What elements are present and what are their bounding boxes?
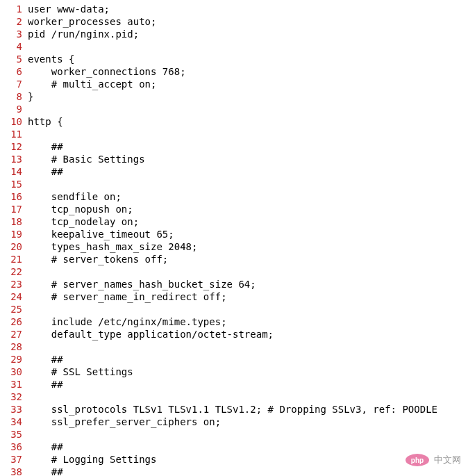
line-content: tcp_nopush on; bbox=[28, 203, 133, 215]
line-number: 20 bbox=[6, 240, 28, 253]
line-number: 17 bbox=[6, 203, 28, 215]
code-line: 28 bbox=[6, 340, 462, 353]
line-content: ssl_prefer_server_ciphers on; bbox=[28, 416, 221, 428]
line-content: ssl_protocols TLSv1 TLSv1.1 TLSv1.2; # D… bbox=[28, 403, 437, 416]
code-line: 2worker_processes auto; bbox=[6, 15, 462, 28]
line-number: 38 bbox=[6, 466, 28, 476]
code-line: 4 bbox=[6, 40, 462, 53]
code-line: 11 bbox=[6, 128, 462, 140]
line-number: 35 bbox=[6, 428, 28, 441]
line-content: # Basic Settings bbox=[28, 153, 145, 165]
code-line: 29 ## bbox=[6, 353, 462, 366]
line-number: 33 bbox=[6, 403, 28, 416]
line-number: 9 bbox=[6, 103, 28, 115]
line-number: 8 bbox=[6, 90, 28, 103]
line-number: 10 bbox=[6, 115, 28, 128]
code-line: 16 sendfile on; bbox=[6, 190, 462, 203]
line-content: # server_name_in_redirect off; bbox=[28, 290, 227, 303]
line-content: keepalive_timeout 65; bbox=[28, 228, 174, 240]
line-number: 5 bbox=[6, 53, 28, 65]
line-number: 22 bbox=[6, 265, 28, 278]
code-line: 38 ## bbox=[6, 466, 462, 476]
line-number: 2 bbox=[6, 15, 28, 28]
line-number: 11 bbox=[6, 128, 28, 140]
line-content: # Logging Settings bbox=[28, 453, 156, 466]
line-number: 18 bbox=[6, 215, 28, 228]
line-content: worker_connections 768; bbox=[28, 65, 186, 78]
line-number: 36 bbox=[6, 441, 28, 453]
line-number: 24 bbox=[6, 290, 28, 303]
line-content: ## bbox=[28, 140, 63, 153]
code-line: 17 tcp_nopush on; bbox=[6, 203, 462, 215]
code-line: 6 worker_connections 768; bbox=[6, 65, 462, 78]
line-number: 3 bbox=[6, 28, 28, 40]
line-number: 1 bbox=[6, 3, 28, 15]
code-line: 1user www-data; bbox=[6, 3, 462, 15]
line-number: 15 bbox=[6, 178, 28, 190]
code-line: 19 keepalive_timeout 65; bbox=[6, 228, 462, 240]
code-line: 32 bbox=[6, 391, 462, 403]
line-number: 32 bbox=[6, 391, 28, 403]
line-number: 13 bbox=[6, 153, 28, 165]
line-number: 25 bbox=[6, 303, 28, 315]
line-number: 28 bbox=[6, 340, 28, 353]
line-content: ## bbox=[28, 378, 63, 391]
code-block: 1user www-data;2worker_processes auto;3p… bbox=[6, 3, 462, 476]
line-content: ## bbox=[28, 441, 63, 453]
code-line: 35 bbox=[6, 428, 462, 441]
code-line: 18 tcp_nodelay on; bbox=[6, 215, 462, 228]
line-number: 12 bbox=[6, 140, 28, 153]
code-line: 7 # multi_accept on; bbox=[6, 78, 462, 90]
code-line: 26 include /etc/nginx/mime.types; bbox=[6, 315, 462, 328]
line-number: 19 bbox=[6, 228, 28, 240]
code-line: 3pid /run/nginx.pid; bbox=[6, 28, 462, 40]
code-line: 23 # server_names_hash_bucket_size 64; bbox=[6, 278, 462, 290]
line-content: # server_names_hash_bucket_size 64; bbox=[28, 278, 256, 290]
line-content: events { bbox=[28, 53, 74, 65]
line-number: 4 bbox=[6, 40, 28, 53]
code-line: 34 ssl_prefer_server_ciphers on; bbox=[6, 416, 462, 428]
line-content: default_type application/octet-stream; bbox=[28, 328, 274, 340]
line-number: 16 bbox=[6, 190, 28, 203]
line-number: 31 bbox=[6, 378, 28, 391]
code-line: 14 ## bbox=[6, 165, 462, 178]
line-number: 7 bbox=[6, 78, 28, 90]
code-line: 31 ## bbox=[6, 378, 462, 391]
code-line: 5events { bbox=[6, 53, 462, 65]
line-content: # server_tokens off; bbox=[28, 253, 168, 265]
line-number: 26 bbox=[6, 315, 28, 328]
code-line: 24 # server_name_in_redirect off; bbox=[6, 290, 462, 303]
line-number: 34 bbox=[6, 416, 28, 428]
line-number: 37 bbox=[6, 453, 28, 466]
line-content: pid /run/nginx.pid; bbox=[28, 28, 139, 40]
code-line: 22 bbox=[6, 265, 462, 278]
code-line: 33 ssl_protocols TLSv1 TLSv1.1 TLSv1.2; … bbox=[6, 403, 462, 416]
line-number: 27 bbox=[6, 328, 28, 340]
code-line: 13 # Basic Settings bbox=[6, 153, 462, 165]
code-line: 9 bbox=[6, 103, 462, 115]
line-content: # SSL Settings bbox=[28, 366, 133, 378]
line-number: 30 bbox=[6, 366, 28, 378]
line-content: sendfile on; bbox=[28, 190, 122, 203]
code-line: 37 # Logging Settings bbox=[6, 453, 462, 466]
line-content: ## bbox=[28, 165, 63, 178]
code-line: 27 default_type application/octet-stream… bbox=[6, 328, 462, 340]
line-number: 14 bbox=[6, 165, 28, 178]
line-content: http { bbox=[28, 115, 63, 128]
line-content: } bbox=[28, 90, 33, 103]
code-line: 12 ## bbox=[6, 140, 462, 153]
line-content: types_hash_max_size 2048; bbox=[28, 240, 197, 253]
code-line: 36 ## bbox=[6, 441, 462, 453]
code-line: 25 bbox=[6, 303, 462, 315]
code-line: 10http { bbox=[6, 115, 462, 128]
line-number: 6 bbox=[6, 65, 28, 78]
line-content: worker_processes auto; bbox=[28, 15, 156, 28]
line-content: ## bbox=[28, 353, 63, 366]
line-content: include /etc/nginx/mime.types; bbox=[28, 315, 227, 328]
line-number: 21 bbox=[6, 253, 28, 265]
code-line: 21 # server_tokens off; bbox=[6, 253, 462, 265]
code-line: 15 bbox=[6, 178, 462, 190]
code-line: 30 # SSL Settings bbox=[6, 366, 462, 378]
code-line: 8} bbox=[6, 90, 462, 103]
code-line: 20 types_hash_max_size 2048; bbox=[6, 240, 462, 253]
